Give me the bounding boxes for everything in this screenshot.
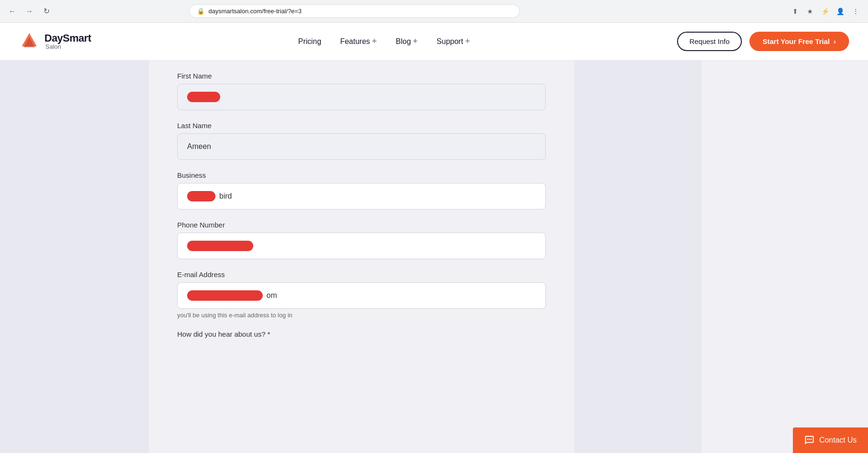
left-sidebar xyxy=(0,61,149,453)
email-group: E-mail Address om you'll be using this e… xyxy=(177,270,546,319)
phone-input[interactable] xyxy=(177,233,546,259)
header-actions: Request Info Start Your Free Trial › xyxy=(677,32,849,51)
support-plus-icon: + xyxy=(465,36,470,46)
url-text: daysmartsalon.com/free-trial/?e=3 xyxy=(208,8,301,15)
free-trial-button[interactable]: Start Your Free Trial › xyxy=(749,32,849,51)
contact-us-label: Contact Us xyxy=(819,436,857,444)
business-group: Business bird xyxy=(177,171,546,209)
nav-blog[interactable]: Blog + xyxy=(388,33,426,50)
page-wrapper: DaySmart Salon Pricing Features + Blog +… xyxy=(0,23,868,453)
how-hear-group: How did you hear about us? * xyxy=(177,330,546,338)
first-name-group: First Name xyxy=(177,72,546,110)
svg-point-2 xyxy=(807,439,808,440)
business-label: Business xyxy=(177,171,546,179)
first-name-input[interactable] xyxy=(177,84,546,110)
main-content: First Name Last Name Ameen Business bird xyxy=(0,61,868,453)
menu-button[interactable]: ⋮ xyxy=(849,5,862,18)
logo[interactable]: DaySmart Salon xyxy=(19,31,91,52)
last-name-input[interactable]: Ameen xyxy=(177,133,546,160)
business-input[interactable]: bird xyxy=(177,183,546,209)
blog-plus-icon: + xyxy=(413,36,418,46)
email-label: E-mail Address xyxy=(177,270,546,279)
first-name-redacted xyxy=(187,92,220,102)
svg-point-3 xyxy=(808,439,810,440)
chat-icon xyxy=(804,435,815,445)
browser-toolbar: ⬆ ★ ⚡ 👤 ⋮ xyxy=(789,5,862,18)
bookmark-button[interactable]: ★ xyxy=(804,5,817,18)
logo-text: DaySmart Salon xyxy=(44,33,91,50)
features-plus-icon: + xyxy=(372,36,377,46)
form-area: First Name Last Name Ameen Business bird xyxy=(149,61,574,453)
site-header: DaySmart Salon Pricing Features + Blog +… xyxy=(0,23,868,61)
logo-icon xyxy=(19,31,40,52)
profile-button[interactable]: 👤 xyxy=(834,5,847,18)
business-redacted xyxy=(187,191,215,201)
email-hint: you'll be using this e-mail address to l… xyxy=(177,312,546,319)
forward-button[interactable]: → xyxy=(23,5,36,18)
reload-button[interactable]: ↻ xyxy=(40,5,53,18)
main-nav: Pricing Features + Blog + Support + xyxy=(291,33,478,50)
right-sidebar xyxy=(574,61,702,453)
email-input[interactable]: om xyxy=(177,282,546,309)
address-bar[interactable]: 🔒 daysmartsalon.com/free-trial/?e=3 xyxy=(189,4,520,18)
arrow-icon: › xyxy=(834,37,836,45)
first-name-label: First Name xyxy=(177,72,546,80)
extensions-button[interactable]: ⚡ xyxy=(819,5,832,18)
last-name-group: Last Name Ameen xyxy=(177,122,546,160)
browser-chrome: ← → ↻ 🔒 daysmartsalon.com/free-trial/?e=… xyxy=(0,0,868,23)
nav-support[interactable]: Support + xyxy=(429,33,478,50)
phone-group: Phone Number xyxy=(177,221,546,259)
last-name-label: Last Name xyxy=(177,122,546,130)
email-redacted xyxy=(187,290,263,301)
phone-label: Phone Number xyxy=(177,221,546,229)
nav-pricing[interactable]: Pricing xyxy=(291,34,329,50)
nav-features[interactable]: Features + xyxy=(333,33,385,50)
svg-point-4 xyxy=(810,439,812,440)
phone-redacted xyxy=(187,241,253,251)
how-hear-label: How did you hear about us? * xyxy=(177,330,546,338)
back-button[interactable]: ← xyxy=(6,5,19,18)
request-info-button[interactable]: Request Info xyxy=(677,32,742,51)
contact-us-button[interactable]: Contact Us xyxy=(793,427,868,453)
share-button[interactable]: ⬆ xyxy=(789,5,802,18)
